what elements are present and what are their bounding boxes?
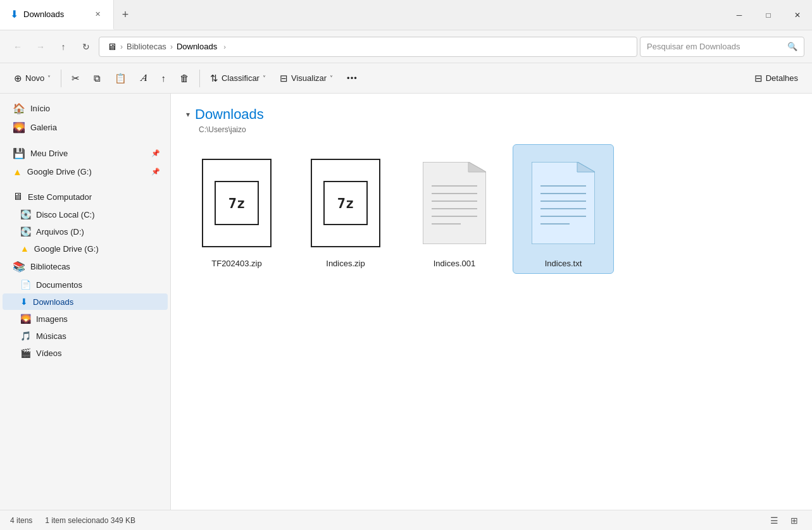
up-button[interactable]: ↑: [53, 37, 73, 57]
delete-button[interactable]: 🗑: [173, 70, 196, 87]
breadcrumb-downloads[interactable]: Downloads: [177, 42, 217, 51]
list-view-button[interactable]: ☰: [766, 513, 782, 528]
main-layout: 🏠 Início 🌄 Galeria 💾 Meu Drive 📌 ▲ Googl…: [0, 94, 812, 510]
sidebar-item-videos[interactable]: 🎬 Vídeos: [3, 345, 168, 361]
content-area: ▾ Downloads C:\Users\jaizo 7z TF202403.z…: [171, 94, 812, 510]
folder-header: ▾ Downloads: [186, 106, 797, 123]
drive-icon: 💾: [13, 147, 25, 159]
titlebar: ⬇ Downloads ✕ + ─ □ ✕: [0, 0, 812, 30]
sidebar-item-bibliotecas[interactable]: 📚 Bibliotecas: [3, 257, 168, 276]
sidebar-documentos-label: Documentos: [36, 280, 82, 290]
sidebar-item-arquivos-d[interactable]: 💽 Arquivos (D:): [3, 223, 168, 240]
back-button[interactable]: ←: [8, 37, 28, 57]
7zip-icon-tf: 7z: [202, 159, 272, 247]
sidebar-este-computador-label: Este Computador: [28, 192, 92, 202]
new-tab-button[interactable]: +: [114, 0, 137, 30]
search-bar[interactable]: Pesquisar em Downloads 🔍: [640, 37, 804, 57]
window-controls: ─ □ ✕: [725, 0, 812, 30]
details-label: Detalhes: [766, 73, 798, 83]
google-drive-icon: ▲: [13, 166, 22, 177]
more-button[interactable]: •••: [340, 70, 364, 86]
7zip-icon-indices: 7z: [311, 159, 380, 247]
statusbar-right: ☰ ⊞: [766, 513, 802, 528]
disk-c-icon: 💽: [20, 209, 31, 219]
sidebar-google-drive-g2-label: Google Drive (G:): [34, 244, 99, 254]
sidebar-google-drive-g-label: Google Drive (G:): [27, 167, 92, 176]
sidebar-item-imagens[interactable]: 🌄 Imagens: [3, 311, 168, 327]
cut-button[interactable]: ✂: [65, 70, 86, 87]
sidebar-spacer-1: [0, 137, 170, 144]
txt-file-icon: [532, 162, 595, 244]
sidebar-item-google-drive-g2[interactable]: ▲ Google Drive (G:): [3, 240, 168, 257]
view-button[interactable]: ⊟ Visualizar ˅: [273, 70, 339, 87]
close-window-button[interactable]: ✕: [783, 0, 812, 30]
folder-path: C:\Users\jaizo: [199, 125, 797, 134]
svg-marker-1: [468, 162, 486, 172]
grid-view-button[interactable]: ⊞: [787, 513, 802, 528]
view-label: Visualizar: [291, 73, 327, 83]
address-bar[interactable]: 🖥 › Bibliotecas › Downloads ›: [99, 37, 637, 57]
breadcrumb-sep-2: ›: [170, 42, 173, 51]
sidebar-item-downloads[interactable]: ⬇ Downloads: [3, 293, 168, 310]
svg-marker-9: [577, 162, 595, 172]
new-button[interactable]: ⊕ Novo ˅: [8, 70, 57, 87]
share-button[interactable]: ↑: [154, 70, 172, 87]
view-icon: ⊟: [280, 73, 288, 84]
sidebar: 🏠 Início 🌄 Galeria 💾 Meu Drive 📌 ▲ Googl…: [0, 94, 171, 510]
sidebar-item-este-computador[interactable]: 🖥 Este Computador: [3, 188, 168, 206]
selected-info: 1 item selecionado 349 KB: [45, 516, 135, 525]
address-chevron-icon[interactable]: ›: [223, 43, 226, 51]
folder-chevron-icon[interactable]: ▾: [186, 110, 190, 119]
forward-button[interactable]: →: [30, 37, 51, 57]
refresh-button[interactable]: ↻: [76, 37, 96, 57]
more-icon: •••: [347, 73, 358, 83]
item-count: 4 itens: [10, 516, 32, 525]
details-button[interactable]: ⊟ Detalhes: [748, 70, 804, 87]
computer-icon: 🖥: [13, 191, 23, 202]
file-item-indices-001[interactable]: Indices.001: [404, 144, 505, 274]
sidebar-item-galeria[interactable]: 🌄 Galeria: [3, 118, 168, 137]
breadcrumb-bibliotecas[interactable]: Bibliotecas: [127, 42, 166, 51]
cut-icon: ✂: [72, 73, 80, 84]
maximize-button[interactable]: □: [754, 0, 783, 30]
paste-button[interactable]: 📋: [108, 70, 133, 87]
file-thumb-indices-zip: 7z: [304, 152, 387, 254]
file-item-indices-txt[interactable]: Indices.txt: [513, 144, 614, 274]
sidebar-item-inicio[interactable]: 🏠 Início: [3, 99, 168, 118]
file-item-indices-zip[interactable]: 7z Indices.zip: [295, 144, 396, 274]
view-chevron-icon: ˅: [330, 75, 333, 82]
downloads-icon: ⬇: [20, 297, 28, 307]
copy-button[interactable]: ⧉: [87, 70, 107, 87]
rename-button[interactable]: 𝐴: [134, 70, 153, 87]
svg-marker-8: [532, 162, 595, 244]
images-icon: 🌄: [20, 314, 31, 324]
sidebar-item-meu-drive[interactable]: 💾 Meu Drive 📌: [3, 144, 168, 163]
tab-downloads[interactable]: ⬇ Downloads ✕: [0, 0, 114, 30]
folder-title[interactable]: Downloads: [195, 106, 264, 123]
tab-close-button[interactable]: ✕: [92, 9, 103, 20]
sidebar-item-disco-local-c[interactable]: 💽 Disco Local (C:): [3, 206, 168, 223]
sidebar-item-musicas[interactable]: 🎵 Músicas: [3, 328, 168, 344]
sidebar-musicas-label: Músicas: [36, 331, 66, 341]
sidebar-inicio-label: Início: [30, 104, 50, 113]
share-icon: ↑: [161, 73, 166, 83]
google-drive2-icon: ▲: [20, 243, 29, 254]
navigation-bar: ← → ↑ ↻ 🖥 › Bibliotecas › Downloads › Pe…: [0, 30, 812, 63]
search-icon[interactable]: 🔍: [787, 42, 797, 51]
file-name-indices-txt: Indices.txt: [545, 259, 582, 268]
svg-marker-0: [423, 162, 486, 244]
sort-button[interactable]: ⇅ Classificar ˅: [204, 70, 272, 87]
statusbar: 4 itens 1 item selecionado 349 KB ☰ ⊞: [0, 510, 812, 530]
sidebar-item-documentos[interactable]: 📄 Documentos: [3, 276, 168, 293]
sidebar-item-google-drive-g[interactable]: ▲ Google Drive (G:) 📌: [3, 163, 168, 180]
file-thumb-tf202403: 7z: [196, 152, 278, 254]
toolbar-separator-1: [61, 70, 61, 87]
file-item-tf202403-zip[interactable]: 7z TF202403.zip: [186, 144, 287, 274]
file-name-tf202403: TF202403.zip: [211, 259, 262, 268]
disk-d-icon: 💽: [20, 226, 31, 237]
toolbar: ⊕ Novo ˅ ✂ ⧉ 📋 𝐴 ↑ 🗑 ⇅ Classificar ˅ ⊟ V…: [0, 63, 812, 94]
new-chevron-icon: ˅: [47, 75, 51, 82]
toolbar-separator-2: [199, 70, 200, 87]
minimize-button[interactable]: ─: [725, 0, 754, 30]
sidebar-disco-local-c-label: Disco Local (C:): [36, 210, 94, 219]
